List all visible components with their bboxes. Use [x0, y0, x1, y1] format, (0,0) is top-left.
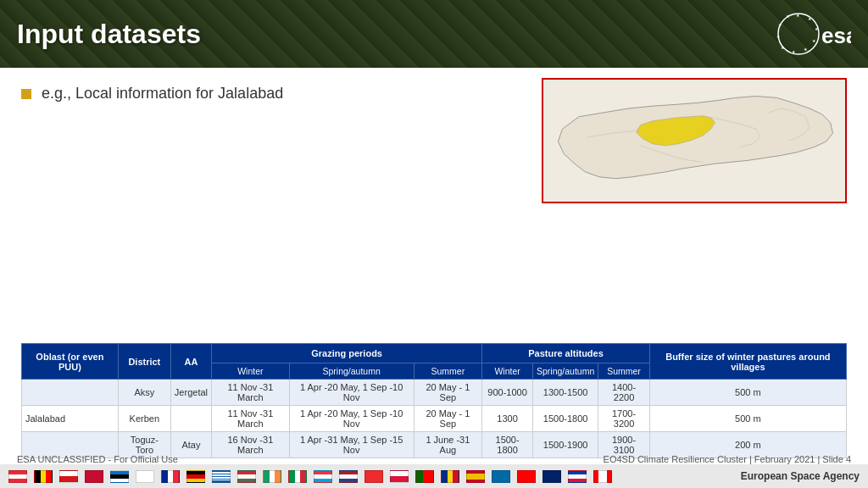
map-svg	[543, 80, 845, 202]
cell-0-7: 1300-1500	[532, 380, 598, 406]
flag-estonia	[110, 470, 129, 483]
flag-luxembourg	[314, 470, 332, 483]
flag-slovenia	[568, 470, 587, 483]
flag-poland	[390, 470, 409, 483]
flag-germany	[186, 470, 205, 483]
flag-hungary	[237, 470, 256, 483]
footer-center: EO4SD Climate Resilience Cluster | Febru…	[604, 454, 851, 464]
flag-netherlands	[339, 470, 358, 483]
subh-pa-spring: Spring/autumn	[532, 363, 598, 380]
subh-gp-winter: Winter	[212, 363, 290, 380]
slide: Input datasets ★ ★ ★ ★ ★ ★ ★ ★ ★ ★	[0, 0, 868, 488]
bullet-section: e.g., Local information for Jalalabad	[21, 78, 525, 109]
col-district: District	[118, 344, 170, 380]
col-oblast: Oblast (or even PUU)	[22, 344, 119, 380]
col-buffer: Buffer size of winter pastures around vi…	[649, 344, 846, 380]
flag-czech	[59, 470, 78, 483]
footer-classification: ESA UNCLASSIFIED - For Official Use	[17, 454, 178, 464]
col-pasture: Pasture altitudes	[482, 344, 650, 363]
svg-text:★: ★	[776, 34, 781, 39]
cell-1-1: Kerben	[118, 406, 170, 432]
esa-logo: ★ ★ ★ ★ ★ ★ ★ ★ ★ ★ esa	[775, 11, 851, 58]
flag-ireland	[263, 470, 281, 483]
cell-1-5: 20 May - 1 Sep	[414, 406, 482, 432]
cell-0-3: 11 Nov -31 March	[212, 380, 290, 406]
cell-0-0	[22, 380, 119, 406]
flag-italy	[288, 470, 307, 483]
flag-sweden	[492, 470, 510, 483]
flag-finland	[136, 470, 154, 483]
flags-container	[8, 470, 612, 483]
cell-1-7: 1500-1800	[532, 406, 598, 432]
flag-belgium	[34, 470, 53, 483]
table-section: Oblast (or even PUU) District AA Grazing…	[0, 343, 868, 458]
svg-text:★: ★	[804, 47, 808, 52]
map-container	[542, 78, 847, 203]
subh-pa-winter: Winter	[482, 363, 533, 380]
bullet-text: e.g., Local information for Jalalabad	[42, 85, 283, 103]
flag-denmark	[85, 470, 103, 483]
cell-0-9: 500 m	[649, 380, 846, 406]
flag-norway	[364, 470, 383, 483]
svg-text:★: ★	[812, 38, 816, 43]
cell-1-0: Jalalabad	[22, 406, 119, 432]
bullet-item: e.g., Local information for Jalalabad	[21, 85, 525, 103]
esa-logo-svg: ★ ★ ★ ★ ★ ★ ★ ★ ★ ★ esa	[775, 11, 851, 58]
cell-1-9: 500 m	[649, 406, 846, 432]
subh-pa-summer: Summer	[598, 363, 650, 380]
cell-1-6: 1300	[482, 406, 533, 432]
footer: ESA UNCLASSIFIED - For Official Use EO4S…	[0, 454, 868, 464]
table-header-row-1: Oblast (or even PUU) District AA Grazing…	[22, 344, 847, 363]
flag-uk	[542, 470, 561, 483]
cell-0-5: 20 May - 1 Sep	[414, 380, 482, 406]
top-content: e.g., Local information for Jalalabad	[0, 68, 868, 203]
data-table: Oblast (or even PUU) District AA Grazing…	[21, 343, 847, 458]
slide-title: Input datasets	[17, 19, 201, 50]
flag-spain	[466, 470, 485, 483]
cell-0-1: Aksy	[118, 380, 170, 406]
table-row: AksyJergetal11 Nov -31 March1 Apr -20 Ma…	[22, 380, 847, 406]
cell-1-3: 11 Nov -31 March	[212, 406, 290, 432]
flag-switzerland	[517, 470, 536, 483]
flag-france	[161, 470, 180, 483]
subh-gp-spring: Spring/autumn	[289, 363, 414, 380]
table-body: AksyJergetal11 Nov -31 March1 Apr -20 Ma…	[22, 380, 847, 458]
flag-bar: European Space Agency	[0, 464, 868, 488]
cell-0-4: 1 Apr -20 May, 1 Sep -10 Nov	[289, 380, 414, 406]
cell-0-6: 900-1000	[482, 380, 533, 406]
header: Input datasets ★ ★ ★ ★ ★ ★ ★ ★ ★ ★	[0, 0, 868, 68]
svg-text:esa: esa	[821, 23, 851, 48]
bullet-icon	[21, 89, 31, 99]
table-row: JalalabadKerben11 Nov -31 March1 Apr -20…	[22, 406, 847, 432]
flag-austria	[8, 470, 27, 483]
cell-1-8: 1700-3200	[598, 406, 650, 432]
col-grazing: Grazing periods	[212, 344, 482, 363]
flag-romania	[441, 470, 459, 483]
cell-0-8: 1400-2200	[598, 380, 650, 406]
agency-name: European Space Agency	[741, 470, 860, 482]
col-aa: AA	[170, 344, 211, 380]
flag-portugal	[415, 470, 434, 483]
map-section	[542, 78, 847, 203]
svg-point-0	[778, 14, 819, 54]
subh-gp-summer: Summer	[414, 363, 482, 380]
flag-greece	[212, 470, 231, 483]
cell-1-2	[170, 406, 211, 432]
flag-canada	[593, 470, 612, 483]
cell-1-4: 1 Apr -20 May, 1 Sep -10 Nov	[289, 406, 414, 432]
cell-0-2: Jergetal	[170, 380, 211, 406]
